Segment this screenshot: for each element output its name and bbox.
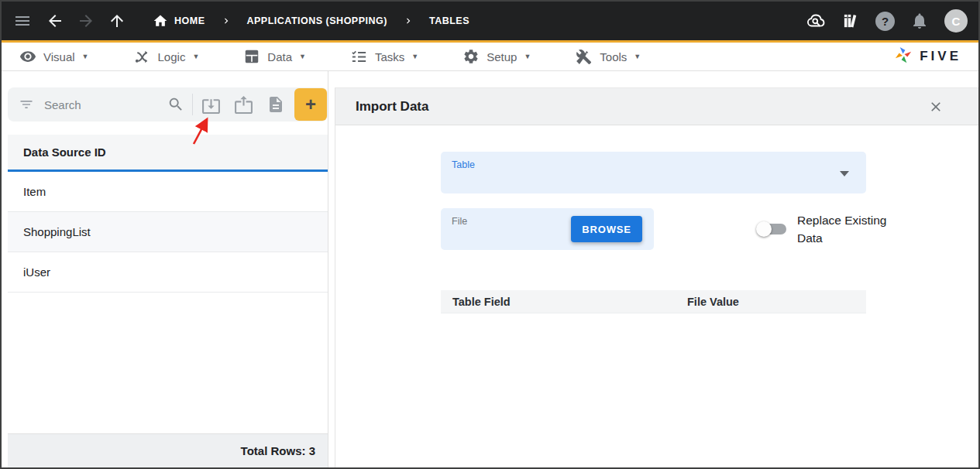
caret-down-icon: ▼	[299, 53, 306, 60]
chevron-right-icon	[403, 15, 414, 26]
breadcrumb-tables: TABLES	[429, 15, 469, 26]
browse-button[interactable]: BROWSE	[571, 216, 642, 242]
menu-logic[interactable]: Logic ▼	[133, 48, 200, 66]
field-mapping-table: Table Field File Value	[441, 290, 866, 313]
table-select-field[interactable]: Table	[441, 152, 866, 193]
file-input-field[interactable]: File BROWSE	[441, 208, 654, 250]
export-button[interactable]	[234, 95, 253, 115]
toggle-knob	[756, 221, 772, 237]
library-books-icon[interactable]	[841, 11, 861, 31]
replace-data-toggle[interactable]	[758, 221, 786, 237]
cloud-search-icon[interactable]	[806, 11, 826, 31]
file-field-label: File	[452, 216, 467, 227]
logic-flow-icon	[133, 48, 151, 66]
up-arrow-icon[interactable]	[107, 11, 127, 31]
menu-setup-label: Setup	[487, 50, 517, 63]
breadcrumb-home[interactable]: HOME	[152, 12, 205, 29]
caret-down-icon: ▼	[524, 53, 531, 60]
caret-down-icon: ▼	[82, 53, 89, 60]
search-icon[interactable]	[167, 96, 184, 113]
notifications-bell-icon[interactable]	[910, 11, 930, 31]
caret-down-icon: ▼	[634, 53, 641, 60]
mapping-table-header: Table Field File Value	[441, 290, 866, 313]
five-brand-text: FIVE	[920, 49, 961, 64]
table-list-panel: + Data Source ID Item ShoppingList iUser…	[2, 71, 328, 467]
list-column-header[interactable]: Data Source ID	[8, 135, 328, 172]
filter-icon[interactable]	[19, 97, 34, 112]
panel-gap	[328, 71, 335, 467]
checklist-icon	[350, 48, 368, 66]
caret-down-icon: ▼	[411, 53, 418, 60]
main-content: + Data Source ID Item ShoppingList iUser…	[2, 71, 978, 467]
caret-down-icon: ▼	[192, 53, 199, 60]
close-icon[interactable]	[928, 99, 944, 115]
breadcrumb-home-label: HOME	[174, 15, 205, 26]
forward-arrow-icon[interactable]	[76, 11, 96, 31]
list-item-iuser[interactable]: iUser	[8, 252, 328, 293]
menu-data-label: Data	[267, 50, 292, 63]
menu-data[interactable]: Data ▼	[243, 48, 306, 65]
five-brand-logo: FIVE	[893, 45, 961, 69]
table-grid-icon	[243, 48, 260, 65]
toolbar-divider	[192, 94, 193, 115]
list-item-item[interactable]: Item	[8, 172, 328, 212]
import-data-panel: Import Data Table File BROWSE	[335, 87, 978, 467]
home-icon	[152, 12, 169, 29]
list-toolbar: +	[8, 87, 328, 122]
app-window: HOME APPLICATIONS (SHOPPING) TABLES	[0, 0, 980, 469]
menu-tasks[interactable]: Tasks ▼	[350, 48, 418, 66]
import-data-header: Import Data	[335, 88, 978, 125]
import-button[interactable]	[201, 95, 221, 115]
menu-tasks-label: Tasks	[375, 50, 404, 63]
tools-icon	[575, 48, 593, 66]
list-item-shoppinglist[interactable]: ShoppingList	[8, 212, 328, 252]
import-data-body: Table File BROWSE Replace Existing Data	[335, 125, 978, 467]
five-pinwheel-icon	[893, 45, 914, 69]
document-icon[interactable]	[266, 95, 285, 114]
breadcrumb-applications[interactable]: APPLICATIONS (SHOPPING)	[247, 15, 387, 26]
topbar-actions: ? C	[806, 9, 968, 33]
table-field-column-header: Table Field	[441, 296, 687, 308]
gear-icon	[462, 48, 480, 65]
user-avatar[interactable]: C	[944, 9, 968, 33]
eye-icon	[19, 48, 36, 65]
file-value-column-header: File Value	[687, 296, 739, 308]
dropdown-caret-icon	[840, 171, 849, 176]
file-row: File BROWSE Replace Existing Data	[441, 208, 978, 250]
menu-tools-label: Tools	[600, 50, 627, 63]
replace-existing-data-toggle-group: Replace Existing Data	[758, 211, 896, 247]
toggle-label: Replace Existing Data	[797, 211, 896, 247]
total-rows-label: Total Rows: 3	[8, 433, 328, 467]
menu-setup[interactable]: Setup ▼	[462, 48, 531, 65]
hamburger-menu-icon[interactable]	[12, 11, 33, 31]
page-title: Import Data	[356, 99, 428, 115]
top-navigation-bar: HOME APPLICATIONS (SHOPPING) TABLES	[2, 2, 978, 43]
menu-tools[interactable]: Tools ▼	[575, 48, 641, 66]
list-empty-area	[8, 293, 328, 433]
menu-visual[interactable]: Visual ▼	[19, 48, 89, 65]
back-arrow-icon[interactable]	[45, 11, 65, 31]
add-record-button[interactable]: +	[294, 88, 327, 121]
table-field-label: Table	[452, 159, 475, 170]
help-icon[interactable]: ?	[875, 12, 895, 31]
search-input[interactable]	[44, 98, 167, 111]
menu-visual-label: Visual	[43, 50, 75, 63]
menu-bar: Visual ▼ Logic ▼ Data ▼	[2, 43, 978, 71]
menu-logic-label: Logic	[158, 50, 186, 63]
chevron-right-icon	[221, 15, 232, 26]
